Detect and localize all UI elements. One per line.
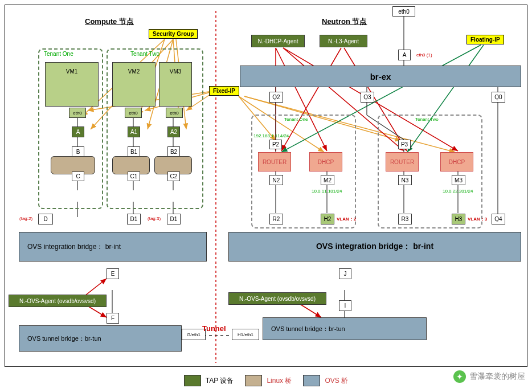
port-Q4: Q4 [492,214,505,224]
vm3-eth0: eth0 [166,108,183,118]
br-ex: br-ex [240,66,521,87]
port-Q2: Q2 [269,92,283,103]
port-A-neutron: A [398,50,411,60]
eth0-top: eth0 [392,6,415,17]
vm2-eth0: eth0 [125,108,142,118]
ovs-agent-neutron: N.-OVS-Agent (ovsdb/ovsvsd) [228,292,326,305]
br-int-neutron: OVS integration bridge： br-int [228,232,521,262]
port-R3: R3 [398,214,412,224]
tag3: (tag:3) [148,216,161,221]
ip-d2: 10.0.22.201/24 [443,189,473,194]
port-Q0: Q0 [492,92,505,103]
vm1: VM1 [45,62,99,107]
l3-agent: N.-L3-Agent [320,35,367,47]
dhcp-agent: N.-DHCP-Agent [251,35,305,47]
port-R2: R2 [269,214,283,224]
tenant-two-neutron [378,115,482,228]
dhcp-2: DHCP [440,152,473,172]
vlan2: VLAN：2 [337,216,356,222]
port-E: E [107,268,119,279]
wechat-icon: ✦ [453,370,466,383]
port-C1: C1 [128,172,140,181]
tenant-two-n-label: Tenant Two [415,117,439,122]
svg-line-22 [85,279,107,296]
port-C2: C2 [167,172,180,181]
port-H2: H2 [321,214,334,224]
port-A1: A1 [128,126,140,137]
br-int-compute: OVS integration bridge： br-int [19,232,207,262]
vm3: VM3 [159,62,192,107]
tenant-one-label: Tenant One [44,51,73,57]
legend-linux: Linux 桥 [245,375,292,386]
port-H3: H3 [452,214,465,224]
port-Q3: Q3 [361,92,374,103]
ovs-agent-compute: N.-OVS-Agent (ovsdb/ovsvsd) [9,295,107,307]
ip-d1: 10.0.11.101/24 [312,189,342,194]
tap-swatch [184,375,201,386]
compute-title: Compute 节点 [85,17,134,27]
port-A: A [72,126,84,137]
vm2: VM2 [112,62,155,107]
dhcp-1: DHCP [309,152,342,172]
diagram-frame: Compute 节点 Neutron 节点 Security Group Fix… [5,5,527,367]
legend-tap: TAP 设备 [184,375,234,386]
linux-swatch [245,375,262,386]
port-P3: P3 [398,140,411,149]
port-D1: D1 [127,214,141,224]
fixed-ip-tag: Fixed-IP [209,86,239,96]
port-A2: A2 [167,126,180,137]
watermark: ✦ 雪瀑牵裳的树屋 [453,370,525,383]
port-D: D [38,214,53,224]
tenant-two-label: Tenant Two [130,51,159,57]
port-H1: H1/eth1 [232,329,259,340]
br-tun-compute: OVS tunnel bridge：br-tun [19,325,182,352]
port-M3: M3 [452,175,465,185]
ovs-swatch [303,375,320,386]
tag2: (tag:2) [19,216,32,221]
port-F: F [107,313,119,324]
ip-r1: 192.168.1.114/24 [253,133,289,138]
eth0-1-label: eth0 (1) [416,52,432,58]
port-N3: N3 [398,175,412,185]
legend: TAP 设备 Linux 桥 OVS 桥 [0,369,532,392]
vlan3: VLAN：3 [468,216,487,222]
router-2: ROUTER [386,152,419,172]
port-D1b: D1 [167,214,181,224]
port-C: C [72,172,84,181]
neutron-title: Neutron 节点 [322,17,367,27]
security-group-tag: Security Group [149,29,198,39]
port-I: I [339,300,351,311]
port-N2: N2 [269,175,283,185]
br-tun-neutron: OVS tunnel bridge：br-tun [263,317,427,340]
tunnel-label: Tunnel [202,324,226,333]
port-M2: M2 [321,175,334,185]
tenant-one-neutron [251,115,356,228]
floating-ip-tag: Floating-IP [466,35,504,44]
port-P2: P2 [269,140,282,149]
router-1: ROUTER [258,152,291,172]
port-J: J [339,268,351,279]
legend-ovs: OVS 桥 [303,375,348,386]
vm1-eth0: eth0 [69,108,86,118]
tenant-one-n-label: Tenant One [284,117,308,122]
